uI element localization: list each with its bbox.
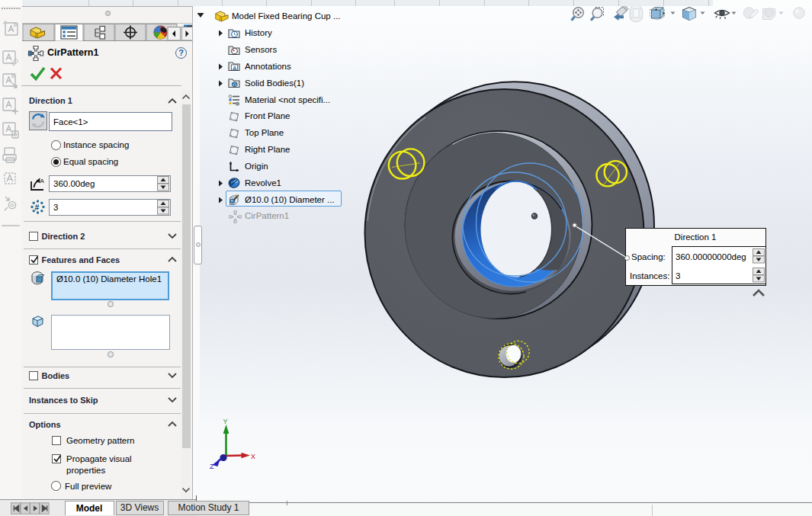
svg-text:Y: Y — [223, 418, 228, 425]
svg-text:A: A — [40, 178, 45, 184]
svg-text:#: # — [35, 203, 40, 212]
svg-text:X: X — [251, 453, 255, 460]
svg-text:Z: Z — [210, 463, 214, 470]
